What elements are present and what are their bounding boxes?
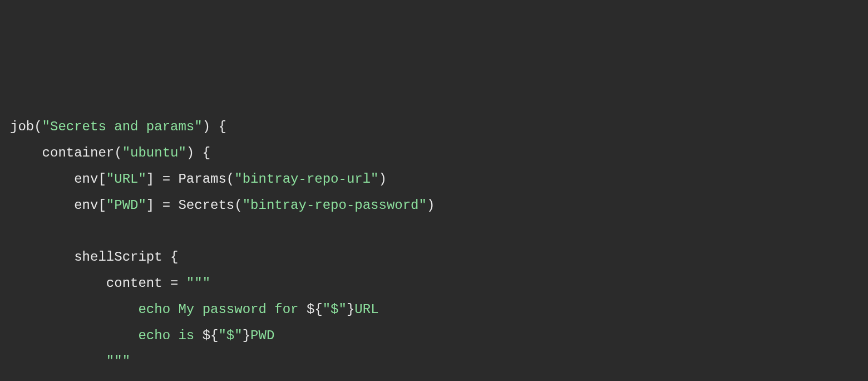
code-token-string: PWD <box>250 328 274 343</box>
code-token: job( <box>10 119 42 134</box>
code-token: env[ <box>10 172 106 187</box>
code-line: job("Secrets and params") { <box>10 114 858 140</box>
code-line: container("ubuntu") { <box>10 140 858 167</box>
code-line <box>10 218 858 245</box>
code-token-string: "ubuntu" <box>122 145 186 160</box>
code-token: ) <box>379 172 387 187</box>
code-token: content = <box>10 276 186 291</box>
code-token-string: URL <box>354 302 378 317</box>
code-line: } <box>10 375 858 381</box>
code-token: ] = Secrets( <box>146 198 243 213</box>
code-line: echo My password for ${"$"}URL <box>10 297 858 323</box>
code-line: env["URL"] = Params("bintray-repo-url") <box>10 167 858 193</box>
code-token: } <box>347 302 354 317</box>
code-token-string: """ <box>10 354 130 369</box>
code-token: } <box>243 328 250 343</box>
code-token: ${ <box>307 302 323 317</box>
code-token-string: "PWD" <box>106 198 146 213</box>
code-token: ${ <box>203 328 219 343</box>
code-token: ) { <box>203 119 226 134</box>
code-line: echo is ${"$"}PWD <box>10 323 858 349</box>
code-token-string: echo My password for <box>10 302 307 317</box>
code-line: content = """ <box>10 271 858 297</box>
code-block: job("Secrets and params") { container("u… <box>10 114 858 381</box>
code-token <box>10 223 18 238</box>
code-token: env[ <box>10 198 106 213</box>
code-token: container( <box>10 145 122 160</box>
code-line: shellScript { <box>10 245 858 271</box>
code-token: ) <box>427 198 435 213</box>
code-line: """ <box>10 349 858 375</box>
code-token-string: "URL" <box>106 172 146 187</box>
code-token: shellScript { <box>10 250 178 265</box>
code-token-string: """ <box>186 276 210 291</box>
code-token-string: "Secrets and params" <box>42 119 203 134</box>
code-line: env["PWD"] = Secrets("bintray-repo-passw… <box>10 193 858 219</box>
code-token-string: echo is <box>10 328 203 343</box>
code-token-string: "bintray-repo-password" <box>243 198 427 213</box>
code-token: ] = Params( <box>146 172 234 187</box>
code-token: ) { <box>186 145 210 160</box>
code-token-string: "$" <box>323 302 347 317</box>
code-token-string: "bintray-repo-url" <box>234 172 378 187</box>
code-token-string: "$" <box>218 328 242 343</box>
